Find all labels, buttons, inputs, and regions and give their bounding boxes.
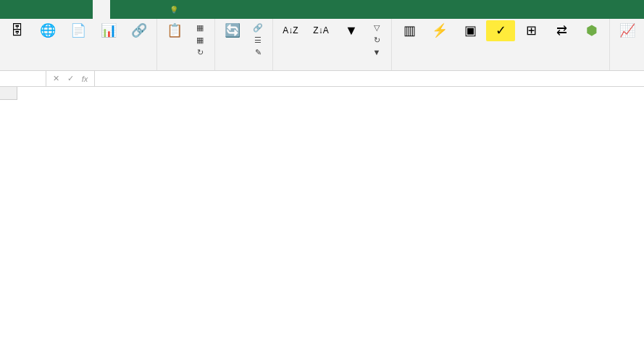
filter-button[interactable]: ▼	[337, 20, 366, 41]
select-all-corner[interactable]	[0, 87, 17, 100]
spreadsheet-grid	[0, 87, 644, 100]
recent-sources-button[interactable]: ↻	[192, 46, 210, 58]
data-validation-button[interactable]: ✓	[486, 20, 515, 41]
relationships-button[interactable]: ⇄	[547, 20, 576, 41]
fx-button[interactable]: fx	[78, 75, 91, 83]
data-model-button[interactable]: ⬢	[577, 20, 606, 41]
tab-view[interactable]	[127, 0, 145, 19]
props-icon: ☰	[253, 35, 263, 45]
properties-button[interactable]: ☰	[250, 34, 268, 46]
adv-icon: ▼	[372, 47, 382, 57]
enter-formula-button[interactable]: ✓	[64, 74, 77, 83]
group-sort-filter: A↓Z Z↓A ▼ ▽ ↻ ▼	[273, 19, 392, 70]
from-access-button[interactable]: 🗄	[3, 20, 32, 41]
from-web-button[interactable]: 🌐	[33, 20, 62, 41]
clear-icon: ▽	[372, 22, 382, 33]
other-source-icon: 📊	[100, 22, 117, 39]
refresh-all-button[interactable]: 🔄	[218, 20, 247, 41]
database-icon: 🗄	[9, 22, 26, 39]
sort-icon: Z↓A	[312, 22, 330, 39]
text-file-icon: 📄	[70, 22, 87, 39]
tab-file[interactable]	[6, 0, 23, 19]
menu-tabs	[0, 0, 644, 19]
flash-fill-button[interactable]: ⚡	[425, 20, 454, 41]
validation-icon: ✓	[492, 22, 509, 39]
reapply-button[interactable]: ↻	[369, 34, 387, 46]
dup-icon: ▣	[461, 22, 479, 39]
connections-button[interactable]: 🔗	[250, 22, 268, 33]
sort-asc-button[interactable]: A↓Z	[276, 20, 305, 41]
formula-bar: ✕ ✓ fx	[0, 71, 644, 87]
existing-conn-button[interactable]: 🔗	[125, 20, 154, 41]
refresh-icon: 🔄	[224, 22, 241, 39]
tab-page-layout[interactable]	[58, 0, 75, 19]
consol-icon: ⊞	[522, 22, 540, 39]
clear-filter-button[interactable]: ▽	[369, 22, 387, 33]
group-data-tools: ▥ ⚡ ▣ ✓ ⊞ ⇄ ⬢	[392, 19, 610, 70]
show-queries-button[interactable]: ▦	[192, 22, 210, 33]
edit-links-button[interactable]: ✎	[250, 46, 268, 58]
globe-icon: 🌐	[39, 22, 57, 39]
tab-formulas[interactable]	[75, 0, 93, 19]
queries-icon: ▦	[195, 22, 205, 33]
model-icon: ⬢	[583, 22, 601, 39]
group-forecast: 📈 📉	[610, 19, 644, 70]
from-other-button[interactable]: 📊	[94, 20, 123, 41]
rel-icon: ⇄	[553, 22, 570, 39]
link-icon: 🔗	[253, 22, 263, 33]
flash-icon: ⚡	[431, 22, 448, 39]
name-box[interactable]	[0, 71, 46, 86]
recent-icon: ↻	[195, 47, 205, 57]
new-query-icon: 📋	[166, 22, 183, 39]
group-get-transform: 📋 ▦ ▦ ↻	[157, 19, 215, 70]
from-text-button[interactable]: 📄	[64, 20, 93, 41]
edit-link-icon: ✎	[253, 47, 263, 57]
tell-me-search[interactable]	[170, 6, 181, 14]
table-icon: ▦	[195, 35, 205, 45]
group-connections: 🔄 🔗 ☰ ✎	[215, 19, 273, 70]
consolidate-button[interactable]: ⊞	[517, 20, 545, 41]
tab-review[interactable]	[110, 0, 127, 19]
tab-addins[interactable]	[145, 0, 162, 19]
tab-home[interactable]	[23, 0, 41, 19]
cancel-formula-button[interactable]: ✕	[49, 74, 62, 83]
group-label	[3, 69, 154, 70]
tab-insert[interactable]	[41, 0, 58, 19]
from-table-button[interactable]: ▦	[192, 34, 210, 46]
filter-icon: ▼	[343, 22, 360, 39]
tab-data[interactable]	[93, 0, 110, 19]
existing-conn-icon: 🔗	[130, 22, 148, 39]
split-icon: ▥	[401, 22, 418, 39]
advanced-filter-button[interactable]: ▼	[369, 46, 387, 58]
sort-button[interactable]: Z↓A	[306, 20, 335, 41]
remove-dup-button[interactable]: ▣	[456, 20, 485, 41]
group-label	[613, 69, 644, 70]
new-query-button[interactable]: 📋	[160, 20, 189, 41]
sort-asc-icon: A↓Z	[282, 22, 299, 39]
group-external-data: 🗄 🌐 📄 📊 🔗	[0, 19, 157, 70]
whatif-icon: 📈	[619, 22, 636, 39]
text-to-cols-button[interactable]: ▥	[395, 20, 424, 41]
reapply-icon: ↻	[372, 35, 382, 45]
whatif-button[interactable]: 📈	[613, 20, 642, 41]
ribbon: 🗄 🌐 📄 📊 🔗 📋 ▦ ▦ ↻ 🔄 🔗 ☰ ✎	[0, 19, 644, 71]
group-label	[276, 69, 388, 70]
group-label	[218, 69, 269, 70]
group-label	[395, 69, 606, 70]
group-label	[160, 69, 212, 70]
